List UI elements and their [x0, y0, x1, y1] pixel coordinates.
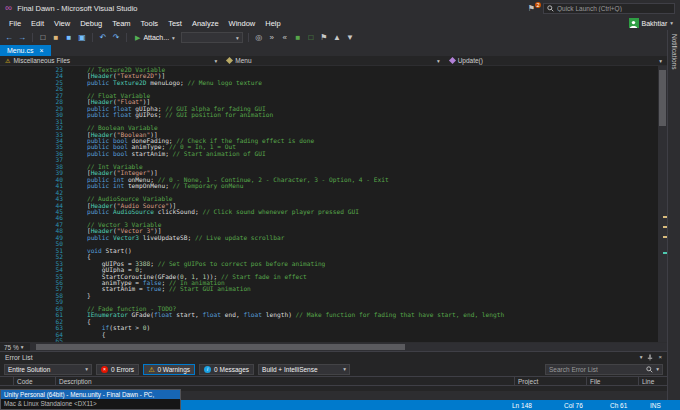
save-icon[interactable]: ■: [64, 32, 74, 43]
menu-bar: FileEditViewDebugTeamToolsTestAnalyzeWin…: [0, 16, 680, 30]
previous-bookmark-icon[interactable]: ▲: [332, 32, 342, 43]
column-header-line[interactable]: Line: [639, 377, 667, 385]
scope-filter-label: Entire Solution: [8, 366, 50, 373]
status-column: Col 76: [564, 402, 610, 409]
errors-toggle-button[interactable]: × 0 Errors: [96, 364, 139, 375]
save-all-icon[interactable]: ▣: [77, 32, 87, 43]
column-header-description[interactable]: Description: [56, 377, 515, 385]
class-dropdown[interactable]: Menu ▾: [222, 56, 444, 65]
error-list-search-box[interactable]: ▾: [545, 364, 663, 375]
chevron-down-icon: ▾: [656, 366, 659, 372]
scrollbar-thumb[interactable]: [659, 70, 666, 126]
status-bar-right: Ln 148Col 76Ch 61INS: [512, 402, 676, 409]
scrollbar-marker: [663, 252, 667, 254]
code-editor[interactable]: 23 // Texture2D Variable24 [Header("Text…: [0, 66, 667, 342]
new-file-icon[interactable]: □: [38, 32, 48, 43]
class-scope-label: Menu: [235, 57, 251, 64]
scrollbar-marker: [663, 216, 667, 218]
close-icon[interactable]: ×: [39, 47, 43, 54]
warnings-toggle-button[interactable]: ⚠ 0 Warnings: [143, 364, 195, 375]
tab-menu-cs[interactable]: Menu.cs ×: [0, 45, 51, 56]
toolbar-edit-group: ↶↷: [98, 32, 121, 43]
toolbar-separator: [248, 33, 249, 42]
comment-icon[interactable]: ■: [293, 32, 303, 43]
notifications-flag-icon[interactable]: ⚑2: [528, 4, 535, 13]
scope-filter-combo[interactable]: Entire Solution ▾: [4, 364, 92, 375]
navigate-back-icon[interactable]: ←: [4, 32, 14, 43]
navigate-forward-icon[interactable]: →: [17, 32, 27, 43]
error-list-columns: CodeDescriptionProjectFileLine: [0, 376, 667, 386]
outdent-icon[interactable]: «: [280, 32, 290, 43]
error-list-toolbar: Entire Solution ▾ × 0 Errors ⚠ 0 Warning…: [0, 362, 667, 376]
code-lines[interactable]: 23 // Texture2D Variable24 [Header("Text…: [0, 66, 658, 342]
toolbar-separator: [32, 33, 33, 42]
scrollbar-marker: [663, 226, 667, 228]
user-account[interactable]: Bakhtiar ▾: [629, 18, 676, 28]
menu-item-view[interactable]: View: [49, 17, 75, 30]
notifications-tab[interactable]: Notifications: [671, 34, 678, 69]
error-list-header: Error List ▾ ×: [0, 352, 667, 362]
menu-items: FileEditViewDebugTeamToolsTestAnalyzeWin…: [4, 17, 286, 30]
window-menu-icon[interactable]: ▾: [640, 354, 643, 360]
column-header-icon[interactable]: [0, 377, 14, 385]
navigation-bar: ⚠ Miscellaneous Files ▾ Menu ▾ Update() …: [0, 56, 667, 66]
menu-item-edit[interactable]: Edit: [26, 17, 49, 30]
error-list-search-input[interactable]: [549, 366, 643, 373]
search-icon: [547, 5, 554, 12]
messages-toggle-button[interactable]: i 0 Messages: [199, 364, 254, 375]
scrollbar-marker: [663, 236, 667, 238]
vertical-scrollbar[interactable]: [658, 66, 667, 342]
column-header-code[interactable]: Code: [14, 377, 56, 385]
column-header-file[interactable]: File: [587, 377, 639, 385]
search-icon: [646, 366, 653, 373]
next-bookmark-icon[interactable]: ▼: [345, 32, 355, 43]
menu-item-analyze[interactable]: Analyze: [187, 17, 224, 30]
bookmark-icon[interactable]: ⚑: [319, 32, 329, 43]
status-character: Ch 61: [610, 402, 650, 409]
undo-icon[interactable]: ↶: [98, 32, 108, 43]
quick-launch-box[interactable]: [543, 3, 675, 14]
error-list-window-controls: ▾ ×: [640, 354, 662, 361]
column-header-project[interactable]: Project: [515, 377, 587, 385]
chevron-down-icon: ▾: [21, 344, 24, 350]
chevron-down-icon: ▾: [437, 58, 440, 64]
project-dropdown[interactable]: ⚠ Miscellaneous Files ▾: [0, 56, 222, 65]
toolbar: ←→ □■■▣ ↶↷ ▶ Attach... ▾ ▾ ◎»«■□⚑▲▼: [0, 30, 667, 45]
errors-count-label: 0 Errors: [111, 366, 134, 373]
pin-icon[interactable]: [647, 354, 653, 361]
document-tab-bar: Menu.cs ×: [0, 45, 667, 56]
toolbar-separator: [92, 33, 93, 42]
close-icon[interactable]: ×: [658, 354, 662, 360]
horizontal-scrollbar[interactable]: [30, 343, 667, 351]
attach-label: Attach...: [143, 34, 169, 41]
status-insert-mode: INS: [650, 402, 676, 409]
menu-item-help[interactable]: Help: [260, 17, 285, 30]
main-area: ←→ □■■▣ ↶↷ ▶ Attach... ▾ ▾ ◎»«■□⚑▲▼ Menu…: [0, 30, 680, 400]
open-file-icon[interactable]: ■: [51, 32, 61, 43]
title-bar-right: ⚑2: [528, 3, 675, 14]
error-list-panel: Error List ▾ × Entire Solution ▾ × 0 Err…: [0, 351, 667, 391]
indent-icon[interactable]: »: [267, 32, 277, 43]
menu-item-test[interactable]: Test: [163, 17, 187, 30]
error-icon: ×: [101, 366, 108, 373]
toolbar-editor-group: ◎»«■□⚑▲▼: [254, 32, 355, 43]
auto-hide-strip: Notifications: [667, 30, 680, 400]
zoom-control[interactable]: 75 % ▾: [0, 344, 28, 351]
debug-target-combo[interactable]: ▾: [181, 32, 243, 43]
build-intellisense-combo[interactable]: Build + IntelliSense ▾: [258, 364, 350, 375]
member-dropdown[interactable]: Update() ▾: [445, 56, 667, 65]
menu-item-window[interactable]: Window: [224, 17, 261, 30]
uncomment-icon[interactable]: □: [306, 32, 316, 43]
quick-launch-input[interactable]: [557, 5, 671, 12]
find-icon[interactable]: ◎: [254, 32, 264, 43]
scrollbar-thumb[interactable]: [36, 344, 406, 350]
redo-icon[interactable]: ↷: [111, 32, 121, 43]
menu-item-team[interactable]: Team: [107, 17, 135, 30]
project-scope-label: Miscellaneous Files: [13, 57, 70, 64]
menu-item-debug[interactable]: Debug: [75, 17, 107, 30]
toolbar-separator: [126, 33, 127, 42]
status-line: Ln 148: [512, 402, 564, 409]
attach-button[interactable]: ▶ Attach... ▾: [132, 33, 178, 42]
menu-item-tools[interactable]: Tools: [136, 17, 164, 30]
menu-item-file[interactable]: File: [4, 17, 26, 30]
